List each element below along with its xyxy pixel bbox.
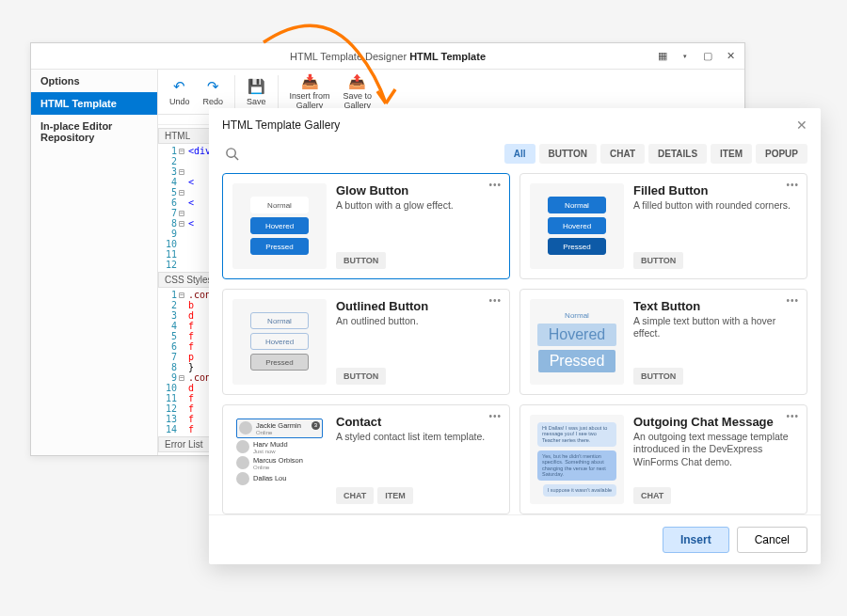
- contact-row: Harv MuddJust now: [236, 440, 323, 454]
- sidebar-editor-repo[interactable]: In-place Editor Repository: [31, 115, 157, 149]
- cancel-button[interactable]: Cancel: [737, 527, 807, 553]
- card-preview: Hi Dallas! I was just about to message y…: [530, 415, 624, 505]
- insert-from-gallery-button[interactable]: 📥Insert from Gallery: [284, 71, 336, 114]
- card-contact[interactable]: ••• Jackie GarminOnline3Harv MuddJust no…: [222, 404, 510, 515]
- card-desc: A button with a glow effect.: [336, 199, 500, 213]
- layout-icon[interactable]: ▦: [651, 47, 674, 66]
- card-desc: A simple text button with a hover effect…: [633, 315, 797, 340]
- save-button[interactable]: 💾Save: [241, 75, 272, 109]
- card-title: Outgoing Chat Message: [633, 415, 797, 429]
- card-title: Contact: [336, 415, 500, 429]
- card-preview: Jackie GarminOnline3Harv MuddJust nowMar…: [232, 415, 327, 505]
- card-more-icon[interactable]: •••: [786, 180, 799, 190]
- card-more-icon[interactable]: •••: [786, 411, 799, 421]
- sidebar-html-template[interactable]: HTML Template: [31, 92, 157, 115]
- card-outlined-button[interactable]: ••• Normal Hovered Pressed Outlined Butt…: [222, 289, 510, 395]
- filter-tab-all[interactable]: All: [504, 144, 535, 164]
- card-desc: An outgoing text message template introd…: [633, 431, 797, 469]
- titlebar: HTML Template Designer HTML Template ▦ ▾…: [31, 43, 744, 70]
- card-chat-message[interactable]: ••• Hi Dallas! I was just about to messa…: [519, 404, 807, 515]
- card-title: Glow Button: [336, 183, 500, 197]
- card-desc: An outlined button.: [336, 315, 500, 328]
- save-to-gallery-button[interactable]: 📤Save to Gallery: [338, 71, 378, 114]
- card-desc: A styled contact list item template.: [336, 431, 500, 444]
- contact-row: Dallas Lou: [236, 472, 323, 485]
- card-more-icon[interactable]: •••: [786, 295, 799, 306]
- contact-row: Marcus OrbisonOnline: [236, 456, 323, 470]
- insert-button[interactable]: Insert: [663, 527, 729, 553]
- card-preview: Normal Hovered Pressed: [530, 183, 624, 269]
- gallery-dialog: HTML Template Gallery ✕ AllBUTTONCHATDET…: [209, 108, 821, 564]
- undo-button[interactable]: ↶Undo: [164, 75, 196, 109]
- save-to-icon: 📤: [348, 73, 366, 90]
- svg-line-1: [234, 156, 238, 160]
- search-icon[interactable]: [222, 145, 241, 164]
- redo-button[interactable]: ↷Redo: [198, 75, 230, 109]
- filter-tab-item[interactable]: ITEM: [711, 144, 752, 164]
- card-title: Text Button: [633, 299, 797, 313]
- dropdown-icon[interactable]: ▾: [674, 47, 696, 66]
- filter-tab-chat[interactable]: CHAT: [600, 144, 645, 164]
- filter-tab-popup[interactable]: POPUP: [756, 144, 807, 164]
- filter-tab-button[interactable]: BUTTON: [539, 144, 597, 164]
- card-desc: A filled button with rounded corners.: [633, 199, 797, 213]
- sidebar-options[interactable]: Options: [31, 70, 157, 92]
- card-text-button[interactable]: ••• Normal Hovered Pressed Text Button A…: [519, 289, 807, 395]
- card-preview: Normal Hovered Pressed: [232, 183, 327, 269]
- card-title: Outlined Button: [336, 299, 500, 313]
- card-preview: Normal Hovered Pressed: [232, 299, 327, 385]
- card-more-icon[interactable]: •••: [488, 180, 502, 190]
- dialog-close-button[interactable]: ✕: [796, 118, 807, 133]
- contact-row: Jackie GarminOnline3: [236, 419, 323, 438]
- card-glow-button[interactable]: ••• Normal Hovered Pressed Glow Button A…: [222, 173, 510, 279]
- card-preview: Normal Hovered Pressed: [530, 299, 624, 385]
- maximize-icon[interactable]: ▢: [696, 47, 719, 66]
- filter-tab-details[interactable]: DETAILS: [648, 144, 707, 164]
- close-icon[interactable]: ✕: [719, 47, 742, 66]
- card-more-icon[interactable]: •••: [488, 295, 502, 306]
- dialog-title: HTML Template Gallery: [222, 118, 340, 132]
- card-title: Filled Button: [633, 183, 797, 197]
- title-text: HTML Template Designer HTML Template: [290, 51, 486, 62]
- gallery-grid: ••• Normal Hovered Pressed Glow Button A…: [209, 173, 821, 514]
- svg-point-0: [226, 149, 234, 157]
- card-filled-button[interactable]: ••• Normal Hovered Pressed Filled Button…: [519, 173, 807, 279]
- filter-tabs: AllBUTTONCHATDETAILSITEMPOPUP: [504, 144, 807, 164]
- card-more-icon[interactable]: •••: [488, 411, 502, 421]
- options-sidebar: Options HTML Template In-place Editor Re…: [31, 70, 158, 455]
- insert-icon: 📥: [301, 73, 319, 90]
